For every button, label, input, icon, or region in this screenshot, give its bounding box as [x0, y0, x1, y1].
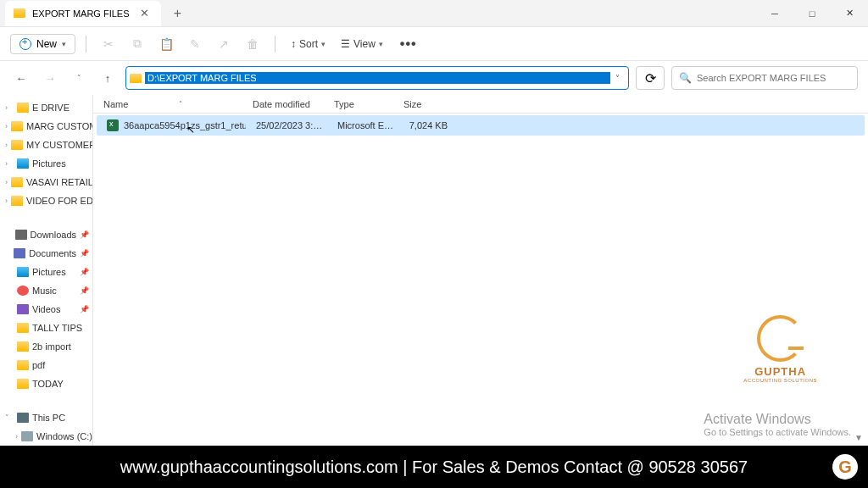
sort-label: Sort — [299, 38, 318, 50]
search-input[interactable] — [697, 73, 850, 83]
forward-button[interactable]: → — [39, 67, 61, 89]
col-date[interactable]: Date modified — [242, 99, 324, 109]
sidebar-label: VIDEO FOR ED — [26, 196, 93, 206]
sidebar-item-customer[interactable]: ›MY CUSTOMER — [0, 136, 92, 154]
recent-button[interactable]: ˅ — [68, 67, 90, 89]
sidebar-item-tally[interactable]: TALLY TIPS — [0, 319, 92, 337]
up-button[interactable]: ↑ — [97, 67, 119, 89]
window-controls: ─ □ ✕ — [756, 0, 868, 27]
cursor-icon: ↖ — [186, 124, 195, 136]
cut-button[interactable]: ✂ — [97, 32, 120, 56]
sidebar-label: VASAVI RETAIL — [26, 177, 93, 187]
active-tab[interactable]: EXPORT MARG FILES ✕ — [5, 1, 161, 26]
folder-icon — [17, 360, 29, 370]
excel-icon — [107, 119, 119, 131]
sidebar-label: TALLY TIPS — [32, 323, 82, 333]
sidebar-item-today[interactable]: TODAY — [0, 374, 92, 393]
file-date-cell: 25/02/2023 3:40 PM — [246, 120, 327, 130]
toolbar: New ▾ ✂ ⧉ 📋 ✎ ↗ 🗑 ↕ Sort ▾ ☰ View ▾ ••• — [0, 27, 868, 61]
titlebar: EXPORT MARG FILES ✕ + ─ □ ✕ — [0, 0, 868, 27]
more-button[interactable]: ••• — [393, 36, 424, 52]
close-window-button[interactable]: ✕ — [831, 0, 868, 27]
sidebar-item-edrive[interactable]: ›E DRIVE — [0, 98, 92, 117]
music-icon — [17, 286, 29, 296]
close-tab-icon[interactable]: ✕ — [136, 7, 153, 19]
file-list: Name˄ Date modified Type Size 36aapca595… — [93, 95, 868, 446]
chevron-down-icon: ▾ — [379, 40, 383, 48]
rename-button[interactable]: ✎ — [183, 32, 207, 56]
navbar: ← → ˅ ↑ D:\EXPORT MARG FILES ˅ ⟳ 🔍 — [0, 61, 868, 95]
sidebar-label: Documents — [29, 248, 76, 258]
pin-icon: 📌 — [80, 268, 89, 276]
sort-button[interactable]: ↕ Sort ▾ — [286, 35, 331, 53]
sidebar-item-2b[interactable]: 2b import — [0, 337, 92, 356]
file-row[interactable]: 36aapca5954p1zs_gstr1_return_jun_2022 25… — [97, 115, 865, 136]
share-button[interactable]: ↗ — [212, 32, 236, 56]
new-button[interactable]: New ▾ — [10, 34, 75, 54]
sidebar-item-pdf[interactable]: pdf — [0, 356, 92, 374]
address-dropdown-icon[interactable]: ˅ — [610, 74, 625, 83]
delete-button[interactable]: 🗑 — [241, 32, 264, 56]
caret-icon: ˅ — [5, 413, 14, 422]
sidebar-item-documents[interactable]: Documents📌 — [0, 244, 92, 263]
sidebar-item-music[interactable]: Music📌 — [0, 281, 92, 300]
pin-icon: 📌 — [80, 249, 89, 258]
scroll-down-icon[interactable]: ▼ — [854, 433, 863, 442]
separator — [86, 36, 86, 53]
sidebar-item-videos[interactable]: Videos📌 — [0, 300, 92, 319]
sidebar-label: MARG CUSTOM — [26, 121, 93, 131]
pictures-icon — [17, 267, 29, 277]
sidebar-item-pictures[interactable]: ›Pictures — [0, 154, 92, 173]
col-size[interactable]: Size — [393, 99, 444, 109]
col-name[interactable]: Name˄ — [93, 99, 242, 109]
sidebar-label: Music — [32, 286, 57, 296]
sidebar-item-thispc[interactable]: ˅This PC — [0, 408, 92, 427]
documents-icon — [14, 248, 25, 258]
pin-icon: 📌 — [80, 305, 89, 313]
sidebar-label: 2b import — [32, 341, 71, 352]
address-bar[interactable]: D:\EXPORT MARG FILES ˅ — [125, 66, 629, 90]
col-type[interactable]: Type — [324, 99, 393, 109]
add-tab-button[interactable]: + — [168, 3, 188, 24]
pc-group: ˅This PC ›Windows (C:) ›DATA (D:) — [0, 408, 92, 446]
folder-icon — [17, 379, 29, 389]
copy-button[interactable]: ⧉ — [125, 32, 149, 56]
chevron-down-icon: ▾ — [321, 40, 326, 48]
sidebar-item-downloads[interactable]: Downloads📌 — [0, 225, 92, 244]
sidebar-item-vasavi[interactable]: ›VASAVI RETAIL — [0, 173, 92, 191]
refresh-icon: ⟳ — [645, 70, 656, 86]
download-icon — [15, 230, 27, 240]
caret-icon: › — [5, 178, 8, 186]
sort-asc-icon: ˄ — [179, 100, 182, 108]
caret-icon: › — [5, 197, 8, 205]
sidebar-label: Downloads — [31, 230, 76, 240]
address-text[interactable]: D:\EXPORT MARG FILES — [145, 72, 610, 84]
footer-text: www.gupthaaccountingsolutions.com | For … — [120, 458, 748, 477]
activate-sub: Go to Settings to activate Windows. — [704, 427, 851, 437]
back-button[interactable]: ← — [10, 67, 32, 89]
chevron-down-icon: ▾ — [62, 40, 66, 48]
sidebar-item-marg[interactable]: ›MARG CUSTOM — [0, 117, 92, 136]
paste-button[interactable]: 📋 — [154, 32, 178, 56]
caret-icon: › — [5, 122, 8, 130]
refresh-button[interactable]: ⟳ — [636, 66, 665, 90]
sidebar-label: Windows (C:) — [36, 431, 92, 441]
column-headers[interactable]: Name˄ Date modified Type Size — [93, 95, 868, 114]
pinned-group: Downloads📌 Documents📌 Pictures📌 Music📌 V… — [0, 225, 92, 393]
maximize-button[interactable]: □ — [793, 0, 831, 27]
sidebar-item-videoed[interactable]: ›VIDEO FOR ED — [0, 191, 92, 210]
caret-icon: › — [5, 103, 14, 112]
main-area: ›E DRIVE ›MARG CUSTOM ›MY CUSTOMER ›Pict… — [0, 95, 868, 446]
folder-icon — [17, 341, 29, 352]
sidebar-label: pdf — [32, 360, 45, 370]
view-icon: ☰ — [341, 38, 350, 50]
view-button[interactable]: ☰ View ▾ — [336, 35, 388, 53]
folder-icon — [11, 177, 23, 187]
search-box[interactable]: 🔍 — [671, 66, 858, 90]
minimize-button[interactable]: ─ — [756, 0, 793, 27]
sort-icon: ↕ — [291, 38, 296, 50]
sidebar-item-pictures2[interactable]: Pictures📌 — [0, 263, 92, 281]
file-name: 36aapca5954p1zs_gstr1_return_jun_2022 — [124, 120, 246, 130]
folder-icon — [17, 323, 29, 333]
sidebar-item-cdrive[interactable]: ›Windows (C:) — [0, 427, 92, 446]
